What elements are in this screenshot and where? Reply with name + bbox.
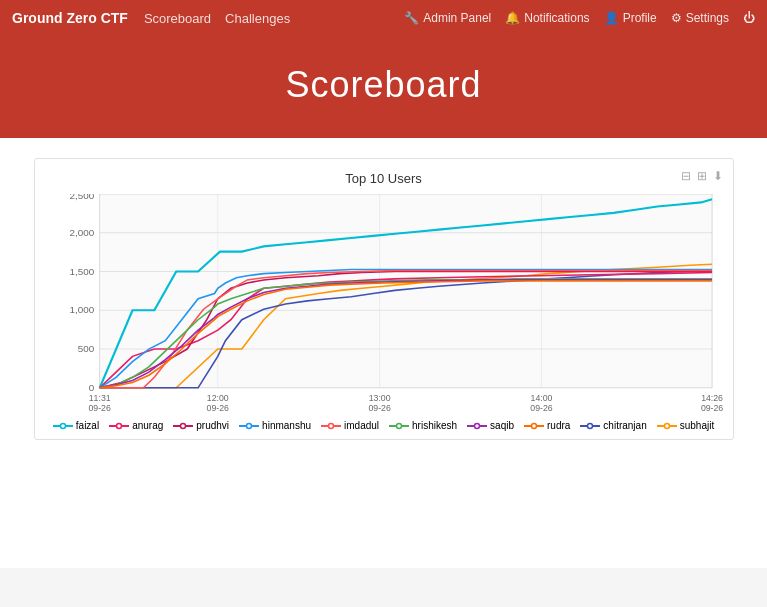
svg-text:14:00: 14:00 <box>530 394 552 404</box>
legend-chitranjan: chitranjan <box>580 420 646 431</box>
legend-faizal: faizal <box>53 420 99 431</box>
profile-link[interactable]: 👤 Profile <box>604 11 657 25</box>
wrench-icon: 🔧 <box>404 11 419 25</box>
gear-icon: ⚙ <box>671 11 682 25</box>
svg-text:2,500: 2,500 <box>69 194 94 201</box>
notifications-link[interactable]: 🔔 Notifications <box>505 11 589 25</box>
legend-rudra: rudra <box>524 420 570 431</box>
svg-point-41 <box>397 423 402 428</box>
svg-text:2,000: 2,000 <box>69 227 94 238</box>
svg-point-31 <box>60 423 65 428</box>
svg-point-43 <box>475 423 480 428</box>
legend-hinmanshu: hinmanshu <box>239 420 311 431</box>
svg-rect-0 <box>99 194 711 388</box>
svg-text:09-26: 09-26 <box>700 403 722 413</box>
svg-point-39 <box>329 423 334 428</box>
bell-icon: 🔔 <box>505 11 520 25</box>
svg-text:1,500: 1,500 <box>69 266 94 277</box>
svg-point-49 <box>664 423 669 428</box>
svg-text:1,000: 1,000 <box>69 305 94 316</box>
svg-text:09-26: 09-26 <box>206 403 229 413</box>
download-icon[interactable]: ⬇ <box>713 169 723 183</box>
svg-point-37 <box>247 423 252 428</box>
legend-imdadul: imdadul <box>321 420 379 431</box>
svg-text:09-26: 09-26 <box>368 403 391 413</box>
expand-icon[interactable]: ⊟ <box>681 169 691 183</box>
nav-challenges[interactable]: Challenges <box>225 11 290 26</box>
svg-text:0: 0 <box>88 382 93 393</box>
content-area: Top 10 Users ⊟ ⊞ ⬇ <box>0 138 767 568</box>
svg-text:09-26: 09-26 <box>88 403 111 413</box>
navbar: Ground Zero CTF Scoreboard Challenges 🔧 … <box>0 0 767 36</box>
legend-saqib: saqib <box>467 420 514 431</box>
legend-prudhvi: prudhvi <box>173 420 229 431</box>
svg-text:11:31: 11:31 <box>88 394 110 404</box>
logout-link[interactable]: ⏻ <box>743 11 755 25</box>
svg-text:12:00: 12:00 <box>206 394 228 404</box>
chart-legend: faizal anurag prudhvi hinmanshu imdadul … <box>45 420 723 431</box>
restore-icon[interactable]: ⊞ <box>697 169 707 183</box>
svg-text:13:00: 13:00 <box>368 394 390 404</box>
svg-point-33 <box>117 423 122 428</box>
nav-links: Scoreboard Challenges <box>144 11 404 26</box>
svg-text:14:26: 14:26 <box>701 394 723 404</box>
chart-area: 0 500 1,000 1,500 2,000 2,500 11:31 09-2… <box>45 194 723 414</box>
legend-anurag: anurag <box>109 420 163 431</box>
nav-scoreboard[interactable]: Scoreboard <box>144 11 211 26</box>
chart-container: Top 10 Users ⊟ ⊞ ⬇ <box>34 158 734 440</box>
svg-text:09-26: 09-26 <box>530 403 553 413</box>
admin-panel-link[interactable]: 🔧 Admin Panel <box>404 11 491 25</box>
nav-right: 🔧 Admin Panel 🔔 Notifications 👤 Profile … <box>404 11 755 25</box>
chart-controls: ⊟ ⊞ ⬇ <box>681 169 723 183</box>
logout-icon: ⏻ <box>743 11 755 25</box>
svg-text:500: 500 <box>77 343 93 354</box>
svg-point-35 <box>181 423 186 428</box>
legend-subhajit: subhajit <box>657 420 714 431</box>
svg-point-45 <box>532 423 537 428</box>
chart-title: Top 10 Users <box>45 171 723 186</box>
settings-link[interactable]: ⚙ Settings <box>671 11 729 25</box>
brand[interactable]: Ground Zero CTF <box>12 10 128 26</box>
user-circle-icon: 👤 <box>604 11 619 25</box>
hero-section: Scoreboard <box>0 36 767 138</box>
legend-hrishikesh: hrishikesh <box>389 420 457 431</box>
chart-svg: 0 500 1,000 1,500 2,000 2,500 11:31 09-2… <box>45 194 723 414</box>
page-title: Scoreboard <box>0 64 767 106</box>
svg-point-47 <box>588 423 593 428</box>
